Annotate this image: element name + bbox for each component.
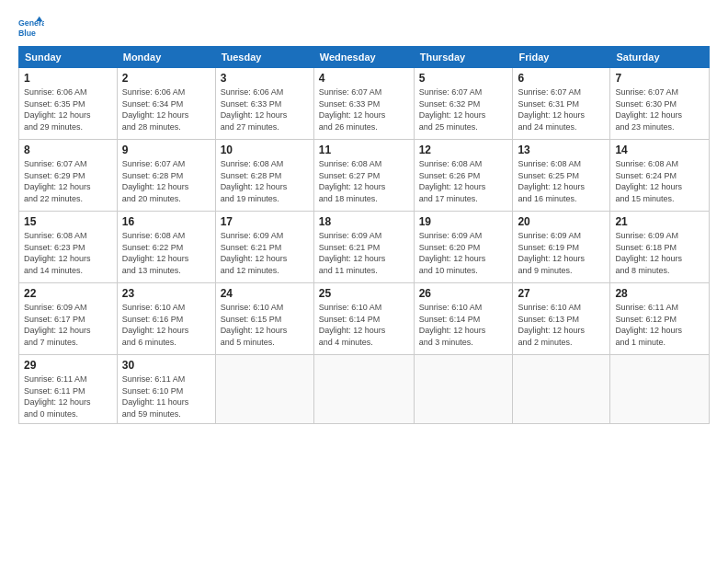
day-info: Sunrise: 6:08 AM Sunset: 6:26 PM Dayligh… — [419, 158, 508, 204]
day-number: 28 — [615, 287, 704, 300]
day-info: Sunrise: 6:09 AM Sunset: 6:21 PM Dayligh… — [319, 230, 409, 276]
calendar-week-3: 15Sunrise: 6:08 AM Sunset: 6:23 PM Dayli… — [19, 212, 710, 283]
day-number: 3 — [221, 72, 309, 85]
day-info: Sunrise: 6:10 AM Sunset: 6:14 PM Dayligh… — [319, 302, 409, 348]
day-info: Sunrise: 6:08 AM Sunset: 6:23 PM Dayligh… — [24, 230, 112, 276]
day-number: 23 — [122, 287, 210, 300]
day-number: 30 — [122, 359, 210, 372]
calendar-cell: 17Sunrise: 6:09 AM Sunset: 6:21 PM Dayli… — [215, 212, 313, 283]
calendar-cell: 11Sunrise: 6:08 AM Sunset: 6:27 PM Dayli… — [313, 140, 414, 212]
calendar-cell: 15Sunrise: 6:08 AM Sunset: 6:23 PM Dayli… — [19, 212, 118, 283]
day-info: Sunrise: 6:08 AM Sunset: 6:27 PM Dayligh… — [319, 158, 409, 204]
calendar-cell: 14Sunrise: 6:08 AM Sunset: 6:24 PM Dayli… — [610, 140, 710, 212]
day-info: Sunrise: 6:07 AM Sunset: 6:28 PM Dayligh… — [122, 158, 210, 204]
calendar-cell — [215, 355, 313, 424]
calendar-cell — [513, 355, 610, 424]
day-info: Sunrise: 6:08 AM Sunset: 6:28 PM Dayligh… — [221, 158, 309, 204]
day-number: 27 — [518, 287, 605, 300]
day-info: Sunrise: 6:08 AM Sunset: 6:24 PM Dayligh… — [615, 158, 704, 204]
calendar-cell: 6Sunrise: 6:07 AM Sunset: 6:31 PM Daylig… — [513, 68, 610, 140]
calendar-cell: 26Sunrise: 6:10 AM Sunset: 6:14 PM Dayli… — [414, 283, 513, 355]
day-number: 17 — [221, 215, 309, 228]
calendar-cell: 28Sunrise: 6:11 AM Sunset: 6:12 PM Dayli… — [610, 283, 710, 355]
day-info: Sunrise: 6:11 AM Sunset: 6:12 PM Dayligh… — [615, 302, 704, 348]
day-info: Sunrise: 6:10 AM Sunset: 6:14 PM Dayligh… — [419, 302, 508, 348]
day-info: Sunrise: 6:07 AM Sunset: 6:33 PM Dayligh… — [319, 86, 409, 132]
day-number: 24 — [221, 287, 309, 300]
day-info: Sunrise: 6:09 AM Sunset: 6:18 PM Dayligh… — [615, 230, 704, 276]
day-number: 25 — [319, 287, 409, 300]
day-number: 21 — [615, 215, 704, 228]
day-number: 4 — [319, 72, 409, 85]
calendar-cell: 16Sunrise: 6:08 AM Sunset: 6:22 PM Dayli… — [117, 212, 215, 283]
header-wednesday: Wednesday — [313, 47, 414, 68]
day-number: 8 — [24, 144, 112, 156]
day-info: Sunrise: 6:11 AM Sunset: 6:11 PM Dayligh… — [24, 373, 112, 419]
day-info: Sunrise: 6:08 AM Sunset: 6:25 PM Dayligh… — [518, 158, 605, 204]
calendar-cell: 24Sunrise: 6:10 AM Sunset: 6:15 PM Dayli… — [215, 283, 313, 355]
day-number: 5 — [419, 72, 508, 85]
calendar-cell: 20Sunrise: 6:09 AM Sunset: 6:19 PM Dayli… — [513, 212, 610, 283]
calendar-cell — [313, 355, 414, 424]
day-info: Sunrise: 6:09 AM Sunset: 6:20 PM Dayligh… — [419, 230, 508, 276]
calendar-cell: 19Sunrise: 6:09 AM Sunset: 6:20 PM Dayli… — [414, 212, 513, 283]
day-number: 12 — [419, 144, 508, 156]
calendar-cell: 22Sunrise: 6:09 AM Sunset: 6:17 PM Dayli… — [19, 283, 118, 355]
day-number: 19 — [419, 215, 508, 228]
calendar-cell: 13Sunrise: 6:08 AM Sunset: 6:25 PM Dayli… — [513, 140, 610, 212]
calendar-cell: 3Sunrise: 6:06 AM Sunset: 6:33 PM Daylig… — [215, 68, 313, 140]
header-saturday: Saturday — [610, 47, 710, 68]
calendar-cell: 1Sunrise: 6:06 AM Sunset: 6:35 PM Daylig… — [19, 68, 118, 140]
day-number: 16 — [122, 215, 210, 228]
day-number: 18 — [319, 215, 409, 228]
header-thursday: Thursday — [414, 47, 513, 68]
calendar-cell: 30Sunrise: 6:11 AM Sunset: 6:10 PM Dayli… — [117, 355, 215, 424]
day-info: Sunrise: 6:09 AM Sunset: 6:21 PM Dayligh… — [221, 230, 309, 276]
calendar-cell: 27Sunrise: 6:10 AM Sunset: 6:13 PM Dayli… — [513, 283, 610, 355]
header-friday: Friday — [513, 47, 610, 68]
day-info: Sunrise: 6:06 AM Sunset: 6:34 PM Dayligh… — [122, 86, 210, 132]
calendar-week-1: 1Sunrise: 6:06 AM Sunset: 6:35 PM Daylig… — [19, 68, 710, 140]
calendar-week-4: 22Sunrise: 6:09 AM Sunset: 6:17 PM Dayli… — [19, 283, 710, 355]
day-info: Sunrise: 6:10 AM Sunset: 6:13 PM Dayligh… — [518, 302, 605, 348]
day-number: 2 — [122, 72, 210, 85]
logo-icon: General Blue — [18, 15, 44, 40]
day-number: 14 — [615, 144, 704, 156]
calendar-week-5: 29Sunrise: 6:11 AM Sunset: 6:11 PM Dayli… — [19, 355, 710, 424]
calendar-cell: 25Sunrise: 6:10 AM Sunset: 6:14 PM Dayli… — [313, 283, 414, 355]
day-number: 26 — [419, 287, 508, 300]
day-number: 6 — [518, 72, 605, 85]
header-sunday: Sunday — [19, 47, 118, 68]
svg-text:Blue: Blue — [18, 29, 36, 38]
calendar-cell — [610, 355, 710, 424]
day-info: Sunrise: 6:06 AM Sunset: 6:35 PM Dayligh… — [24, 86, 112, 132]
calendar-cell: 5Sunrise: 6:07 AM Sunset: 6:32 PM Daylig… — [414, 68, 513, 140]
day-info: Sunrise: 6:07 AM Sunset: 6:29 PM Dayligh… — [24, 158, 112, 204]
day-number: 1 — [24, 72, 112, 85]
day-number: 7 — [615, 72, 704, 85]
day-info: Sunrise: 6:09 AM Sunset: 6:17 PM Dayligh… — [24, 302, 112, 348]
calendar-cell: 10Sunrise: 6:08 AM Sunset: 6:28 PM Dayli… — [215, 140, 313, 212]
day-number: 20 — [518, 215, 605, 228]
calendar-cell: 12Sunrise: 6:08 AM Sunset: 6:26 PM Dayli… — [414, 140, 513, 212]
calendar-cell: 18Sunrise: 6:09 AM Sunset: 6:21 PM Dayli… — [313, 212, 414, 283]
day-number: 9 — [122, 144, 210, 156]
day-number: 15 — [24, 215, 112, 228]
calendar-header-row: SundayMondayTuesdayWednesdayThursdayFrid… — [19, 47, 710, 68]
calendar-cell: 23Sunrise: 6:10 AM Sunset: 6:16 PM Dayli… — [117, 283, 215, 355]
calendar-cell: 21Sunrise: 6:09 AM Sunset: 6:18 PM Dayli… — [610, 212, 710, 283]
day-info: Sunrise: 6:07 AM Sunset: 6:31 PM Dayligh… — [518, 86, 605, 132]
calendar-cell: 7Sunrise: 6:07 AM Sunset: 6:30 PM Daylig… — [610, 68, 710, 140]
header-monday: Monday — [117, 47, 215, 68]
day-number: 13 — [518, 144, 605, 156]
day-info: Sunrise: 6:09 AM Sunset: 6:19 PM Dayligh… — [518, 230, 605, 276]
calendar-cell: 2Sunrise: 6:06 AM Sunset: 6:34 PM Daylig… — [117, 68, 215, 140]
day-info: Sunrise: 6:07 AM Sunset: 6:30 PM Dayligh… — [615, 86, 704, 132]
header-tuesday: Tuesday — [215, 47, 313, 68]
calendar-cell: 8Sunrise: 6:07 AM Sunset: 6:29 PM Daylig… — [19, 140, 118, 212]
day-number: 11 — [319, 144, 409, 156]
calendar-cell: 29Sunrise: 6:11 AM Sunset: 6:11 PM Dayli… — [19, 355, 118, 424]
calendar-cell — [414, 355, 513, 424]
day-number: 29 — [24, 359, 112, 372]
day-info: Sunrise: 6:08 AM Sunset: 6:22 PM Dayligh… — [122, 230, 210, 276]
